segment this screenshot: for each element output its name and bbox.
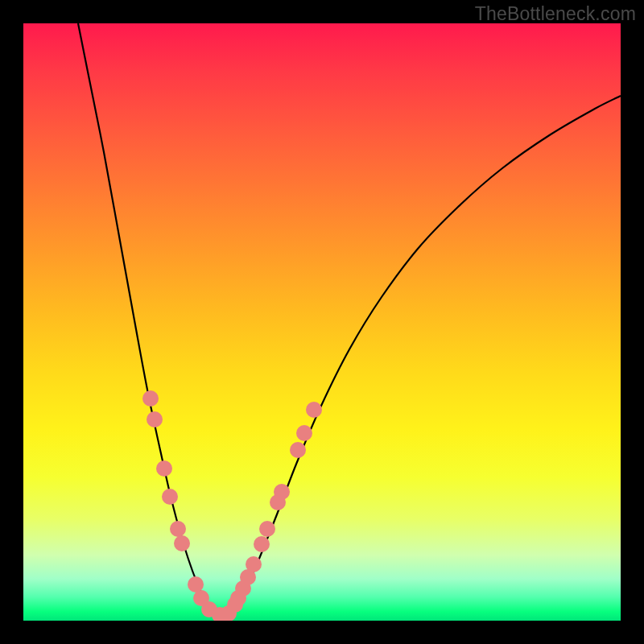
data-dot: [274, 484, 290, 500]
watermark-text: TheBottleneck.com: [475, 3, 636, 25]
plot-area: [23, 23, 621, 621]
data-dot: [170, 521, 186, 537]
data-dot: [162, 489, 178, 505]
data-dot: [174, 535, 190, 551]
data-dot: [254, 536, 270, 552]
data-dots: [142, 390, 322, 621]
data-dot: [296, 425, 312, 441]
data-dot: [290, 442, 306, 458]
data-dot: [147, 411, 163, 427]
data-dot: [246, 556, 262, 572]
bottleneck-curve: [78, 23, 621, 617]
chart-svg: [23, 23, 621, 621]
data-dot: [306, 402, 322, 418]
data-dot: [156, 460, 172, 477]
data-dot: [259, 521, 275, 537]
data-dot: [142, 390, 159, 407]
